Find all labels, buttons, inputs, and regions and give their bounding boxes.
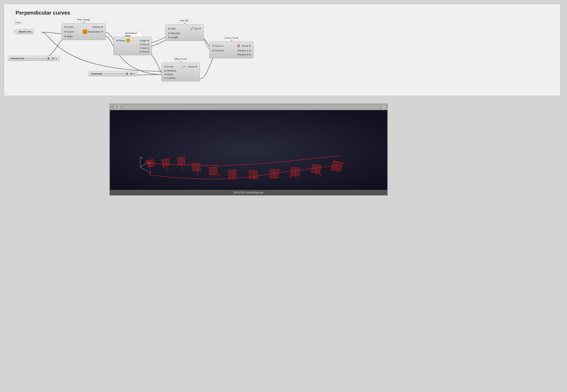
canvas-title: Perpendicular curves bbox=[15, 10, 70, 16]
deconstructplane-node[interactable]: Deconstruct Plane Plane → Origin bbox=[114, 37, 152, 55]
port-oc-distance-label: Distance bbox=[167, 69, 176, 72]
port-start-label: Start bbox=[171, 27, 176, 30]
port-oc-plane-in bbox=[164, 74, 166, 75]
port-curveb-in bbox=[212, 50, 214, 51]
parameter-diamond-icon: ◆ bbox=[134, 73, 135, 75]
line-icon: ╱ bbox=[191, 27, 193, 31]
svg-text:y: y bbox=[148, 161, 150, 164]
port-origin-out bbox=[147, 40, 149, 41]
parameter-label: Parameter bbox=[91, 72, 103, 75]
viewport-footer: (500x250) Format32bppArgb bbox=[110, 190, 387, 195]
port-points-label: Points bbox=[241, 44, 248, 47]
port-points-out bbox=[249, 45, 251, 47]
port-oc-plane-label: Plane bbox=[167, 73, 173, 76]
svg-rect-19 bbox=[228, 170, 236, 178]
viewport-tab[interactable]: S bbox=[114, 105, 120, 109]
port-length-label: Length bbox=[171, 36, 178, 39]
viewport-wave-icon: )) bbox=[111, 105, 114, 109]
port-curvea-in bbox=[212, 45, 214, 47]
framecount-value: 10 bbox=[51, 57, 54, 60]
linesdl-callout: Line SDL bbox=[178, 19, 191, 23]
svg-rect-13 bbox=[192, 163, 201, 171]
linesdl-box[interactable]: Start ╱ Line Direction Length bbox=[165, 24, 204, 41]
framecount-label: FrameCount bbox=[10, 57, 24, 60]
port-plane-label: Plane bbox=[119, 39, 125, 42]
port-paramsb-out bbox=[249, 54, 251, 56]
port-origin-label: Origin bbox=[140, 39, 147, 42]
parameter-slider[interactable] bbox=[104, 73, 129, 74]
parameter-value: 10 bbox=[130, 72, 133, 75]
svg-rect-25 bbox=[270, 169, 278, 178]
curvecurve-callout: Curve | Curve bbox=[223, 36, 240, 40]
port-frames-out bbox=[101, 26, 103, 28]
viewport-content: z y x bbox=[110, 110, 387, 190]
port-direction-label: Direction bbox=[171, 32, 180, 35]
svg-rect-28 bbox=[291, 167, 300, 176]
svg-rect-10 bbox=[177, 157, 185, 165]
port-direction-in bbox=[168, 33, 170, 34]
svg-rect-16 bbox=[209, 167, 218, 175]
port-frames-label: Frames bbox=[92, 26, 101, 28]
port-align-in bbox=[64, 36, 66, 37]
port-align-label: Align bbox=[67, 35, 72, 38]
port-yaxis-out bbox=[147, 47, 149, 49]
perpframes-icon bbox=[83, 29, 87, 34]
viewport-title-bar bbox=[121, 105, 380, 109]
viewport-header: )) S bbox=[110, 104, 387, 110]
basecurve-label: BaseCurve bbox=[19, 30, 31, 33]
port-xaxis-label: X-Axis bbox=[139, 43, 147, 46]
viewport-panel[interactable]: )) S bbox=[109, 104, 388, 196]
parameter-slider-thumb bbox=[126, 73, 128, 75]
port-line-out bbox=[199, 28, 201, 29]
parameter-node[interactable]: Parameter 10 ◆ bbox=[88, 71, 138, 76]
perpframes-node[interactable]: Perp Frames Curve Frames C bbox=[62, 23, 106, 40]
port-zaxis-out bbox=[147, 51, 149, 53]
svg-rect-7 bbox=[162, 158, 170, 166]
port-parameters-label: Parameters bbox=[88, 30, 101, 33]
offset-icon bbox=[182, 65, 187, 69]
port-oc-curve-in bbox=[164, 66, 166, 67]
svg-rect-22 bbox=[249, 170, 258, 179]
port-yaxis-label: Y-Axis bbox=[140, 47, 147, 49]
diamond-icon: ◆ bbox=[56, 57, 57, 59]
port-zaxis-label: Z-Axis bbox=[140, 50, 147, 53]
framecount-slider[interactable] bbox=[25, 58, 50, 59]
port-xaxis-out bbox=[147, 44, 149, 45]
port-count-label: Count bbox=[67, 30, 73, 33]
port-curve-label: Curve bbox=[67, 26, 73, 28]
perpframes-box[interactable]: Curve Frames Count Parameters bbox=[62, 23, 106, 40]
port-paramsb-label: Params B bbox=[237, 53, 248, 56]
port-curve-in bbox=[64, 26, 66, 28]
port-oc-curve-out-label: Curve bbox=[188, 65, 195, 68]
svg-text:z: z bbox=[141, 156, 142, 159]
curvecurve-box[interactable]: Curve A Points Curv bbox=[209, 42, 254, 58]
viewport-3d-view: z y x bbox=[110, 110, 387, 190]
port-oc-distance-in bbox=[164, 70, 166, 71]
port-oc-corners-label: Corners bbox=[167, 77, 175, 79]
port-oc-curve-out bbox=[195, 66, 197, 67]
intersection-icon bbox=[236, 44, 241, 48]
linesdl-node[interactable]: Line SDL Start ╱ Line Directi bbox=[165, 24, 204, 41]
port-oc-curve-label: Curve bbox=[167, 65, 173, 68]
offsetcurve-callout: Offset Curve bbox=[172, 57, 189, 61]
arrow-icon: → bbox=[131, 39, 133, 42]
framecount-node[interactable]: FrameCount 10 ◆ bbox=[8, 56, 59, 61]
port-curvea-label: Curve A bbox=[215, 44, 223, 47]
port-paramsa-out bbox=[249, 50, 251, 51]
port-oc-corners-in bbox=[164, 77, 166, 79]
port-parameters-out bbox=[101, 31, 103, 32]
svg-rect-31 bbox=[311, 164, 321, 174]
wave-input-icon: )) bbox=[14, 30, 16, 33]
basecurve-node[interactable]: )) BaseCurve bbox=[14, 29, 34, 34]
curve-tag: Curve bbox=[14, 21, 22, 24]
curvecurve-node[interactable]: Curve | Curve Curve A Points bbox=[209, 42, 254, 58]
port-plane-in bbox=[116, 40, 118, 41]
port-curveb-label: Curve B bbox=[215, 49, 224, 52]
offsetcurve-box[interactable]: Curve Curve Distance bbox=[161, 63, 200, 82]
offsetcurve-node[interactable]: Offset Curve Curve Curve bbox=[161, 63, 200, 82]
deconstructplane-box[interactable]: Plane → Origin X-Axis Y-Axis bbox=[114, 37, 152, 55]
port-start-in bbox=[168, 28, 170, 29]
svg-text:x: x bbox=[149, 171, 151, 174]
port-line-label: Line bbox=[194, 27, 199, 30]
viewport-minimize-btn[interactable] bbox=[382, 105, 386, 109]
